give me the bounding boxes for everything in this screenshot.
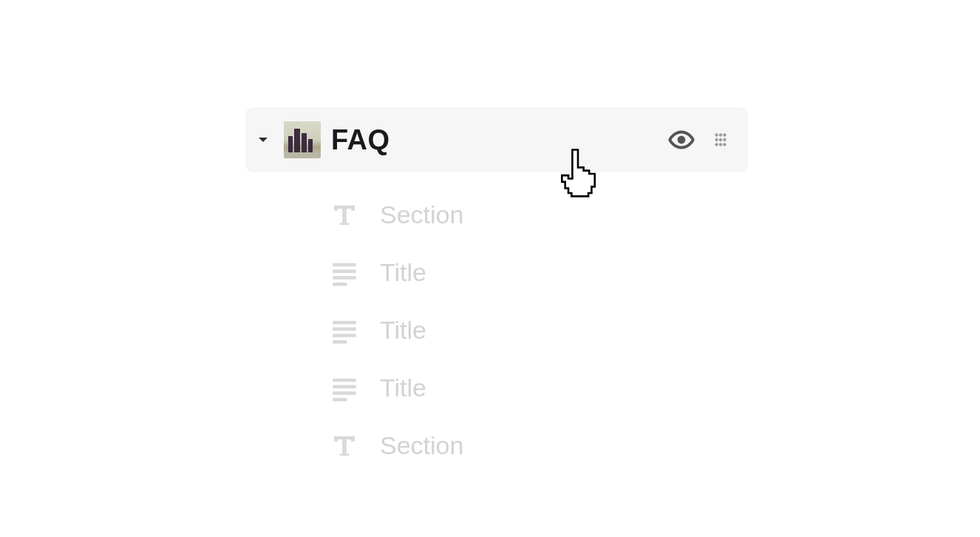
svg-rect-16 xyxy=(333,334,356,337)
svg-point-1 xyxy=(715,133,718,136)
svg-rect-20 xyxy=(333,391,356,395)
text-type-icon xyxy=(328,429,361,462)
svg-point-6 xyxy=(723,138,726,141)
paragraph-lines-icon xyxy=(328,256,361,288)
svg-point-7 xyxy=(715,143,718,146)
svg-rect-19 xyxy=(333,385,356,389)
eye-icon xyxy=(668,126,695,153)
list-item[interactable]: Title xyxy=(245,301,748,359)
section-thumbnail xyxy=(284,121,321,158)
svg-point-9 xyxy=(723,143,726,146)
list-item-label: Title xyxy=(380,374,426,402)
svg-rect-13 xyxy=(333,283,347,286)
section-header-row[interactable]: FAQ xyxy=(245,107,748,172)
svg-rect-17 xyxy=(333,340,347,344)
svg-rect-11 xyxy=(333,270,356,274)
section-title: FAQ xyxy=(331,124,656,156)
text-type-icon xyxy=(328,198,361,231)
section-panel: FAQ xyxy=(245,107,748,474)
svg-rect-10 xyxy=(333,263,356,267)
section-children: Section Title xyxy=(245,172,748,474)
svg-point-4 xyxy=(715,138,718,141)
list-item-label: Section xyxy=(380,200,463,229)
chevron-down-icon xyxy=(254,131,272,149)
svg-point-2 xyxy=(719,133,722,136)
svg-point-5 xyxy=(719,138,722,141)
list-item-label: Section xyxy=(380,431,463,460)
list-item-label: Title xyxy=(380,258,426,287)
grip-dots-icon xyxy=(711,126,730,153)
paragraph-lines-icon xyxy=(328,371,361,404)
svg-rect-12 xyxy=(333,276,356,280)
collapse-toggle[interactable] xyxy=(253,129,273,150)
list-item[interactable]: Section xyxy=(245,416,748,474)
svg-point-0 xyxy=(678,136,686,144)
svg-point-3 xyxy=(723,133,726,136)
list-item[interactable]: Title xyxy=(245,359,748,416)
svg-rect-15 xyxy=(333,328,356,331)
list-item[interactable]: Section xyxy=(245,186,748,243)
svg-rect-14 xyxy=(333,321,356,325)
list-item[interactable]: Title xyxy=(245,243,748,301)
list-item-label: Title xyxy=(380,316,426,345)
paragraph-lines-icon xyxy=(328,314,361,346)
svg-rect-18 xyxy=(333,379,356,382)
svg-point-8 xyxy=(719,143,722,146)
svg-rect-21 xyxy=(333,398,347,402)
visibility-toggle[interactable] xyxy=(667,125,696,155)
drag-handle[interactable] xyxy=(711,125,730,155)
